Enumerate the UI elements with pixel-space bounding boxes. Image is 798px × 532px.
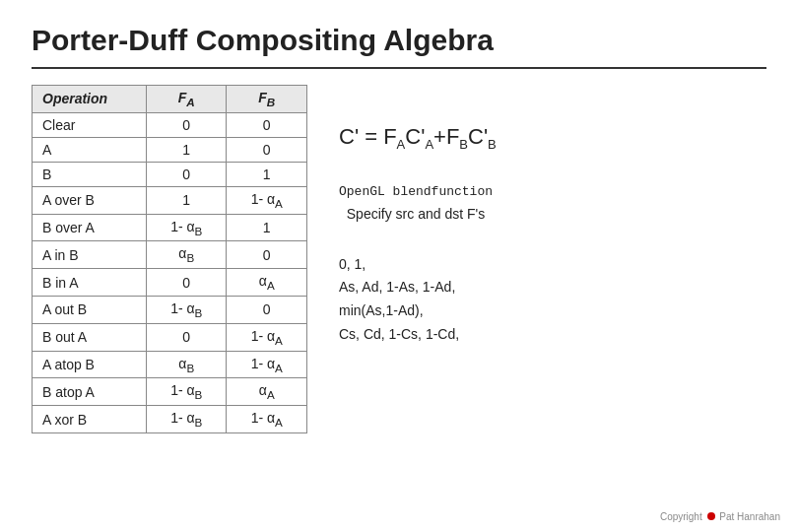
copyright-author: Pat Hanrahan — [719, 511, 780, 522]
table-row: B in A 0 αA — [33, 269, 307, 297]
col-header-fa: FA — [146, 86, 227, 113]
table-row: B 0 1 — [33, 162, 307, 186]
table-row: A in B αB 0 — [33, 241, 307, 269]
op-aoverb: A over B — [33, 186, 147, 214]
right-panel: C' = FAC'A+FBC'B OpenGL blendfunction Sp… — [339, 85, 497, 347]
table-row: Clear 0 0 — [33, 112, 307, 137]
fb-a: 0 — [227, 137, 307, 162]
fa-aoverb: 1 — [146, 186, 227, 214]
copyright-label: Copyright — [660, 511, 702, 522]
table-row: A over B 1 1- αA — [33, 186, 307, 214]
opengl-function-label: OpenGL blendfunction — [339, 184, 493, 199]
col-header-operation: Operation — [33, 86, 147, 113]
opengl-desc: Specify src and dst F's — [347, 206, 485, 222]
page-title: Porter-Duff Compositing Algebra — [32, 24, 766, 57]
table-row: A 1 0 — [33, 137, 307, 162]
op-b: B — [33, 162, 147, 186]
title-divider — [32, 67, 766, 69]
table-row: A atop B αB 1- αA — [33, 351, 307, 378]
fb-aoutb: 0 — [227, 296, 307, 323]
fa-bina: 0 — [146, 269, 227, 297]
fa-b: 0 — [146, 162, 227, 186]
table-row: B out A 0 1- αA — [33, 323, 307, 351]
formula: C' = FAC'A+FBC'B — [339, 124, 497, 152]
op-aatopb: A atop B — [33, 351, 147, 378]
fa-aoutb: 1- αB — [146, 296, 227, 323]
op-aoutb: A out B — [33, 296, 147, 323]
col-header-fb: FB — [227, 86, 307, 113]
table-row: A out B 1- αB 0 — [33, 296, 307, 323]
fb-batopa: αA — [227, 378, 307, 406]
op-ainb: A in B — [33, 241, 147, 269]
fa-batopa: 1- αB — [146, 378, 227, 406]
table-row: A xor B 1- αB 1- αA — [33, 406, 307, 433]
table-header-row: Operation FA FB — [33, 86, 307, 113]
list-item: Cs, Cd, 1-Cs, 1-Cd, — [339, 323, 497, 347]
fb-bovera: 1 — [227, 214, 307, 241]
fa-bovera: 1- αB — [146, 214, 227, 241]
list-block: 0, 1, As, Ad, 1-As, 1-Ad, min(As,1-Ad), … — [339, 253, 497, 347]
compositing-table: Operation FA FB Clear 0 0 A 1 0 B 0 1 A … — [32, 85, 307, 433]
op-bina: B in A — [33, 269, 147, 297]
fb-b: 1 — [227, 162, 307, 186]
copyright-dot — [707, 512, 715, 520]
table-row: B over A 1- αB 1 — [33, 214, 307, 241]
fb-bina: αA — [227, 269, 307, 297]
fb-ainb: 0 — [227, 241, 307, 269]
table-row: B atop A 1- αB αA — [33, 378, 307, 406]
page: Porter-Duff Compositing Algebra Operatio… — [0, 0, 798, 449]
op-bovera: B over A — [33, 214, 147, 241]
op-a: A — [33, 137, 147, 162]
fa-ainb: αB — [146, 241, 227, 269]
fa-bouta: 0 — [146, 323, 227, 351]
copyright: Copyright Pat Hanrahan — [660, 511, 780, 522]
op-clear: Clear — [33, 112, 147, 137]
list-item: As, Ad, 1-As, 1-Ad, — [339, 276, 497, 299]
fa-axorb: 1- αB — [146, 406, 227, 433]
fb-axorb: 1- αA — [227, 406, 307, 433]
fb-aatopb: 1- αA — [227, 351, 307, 378]
list-item: min(As,1-Ad), — [339, 299, 497, 323]
fa-clear: 0 — [146, 112, 227, 137]
fb-bouta: 1- αA — [227, 323, 307, 351]
fb-clear: 0 — [227, 112, 307, 137]
list-item: 0, 1, — [339, 253, 497, 277]
opengl-block: OpenGL blendfunction Specify src and dst… — [339, 179, 497, 225]
fa-aatopb: αB — [146, 351, 227, 378]
op-batopa: B atop A — [33, 378, 147, 406]
fa-a: 1 — [146, 137, 227, 162]
op-axorb: A xor B — [33, 406, 147, 433]
fb-aoverb: 1- αA — [227, 186, 307, 214]
op-bouta: B out A — [33, 323, 147, 351]
content-area: Operation FA FB Clear 0 0 A 1 0 B 0 1 A … — [32, 85, 766, 433]
